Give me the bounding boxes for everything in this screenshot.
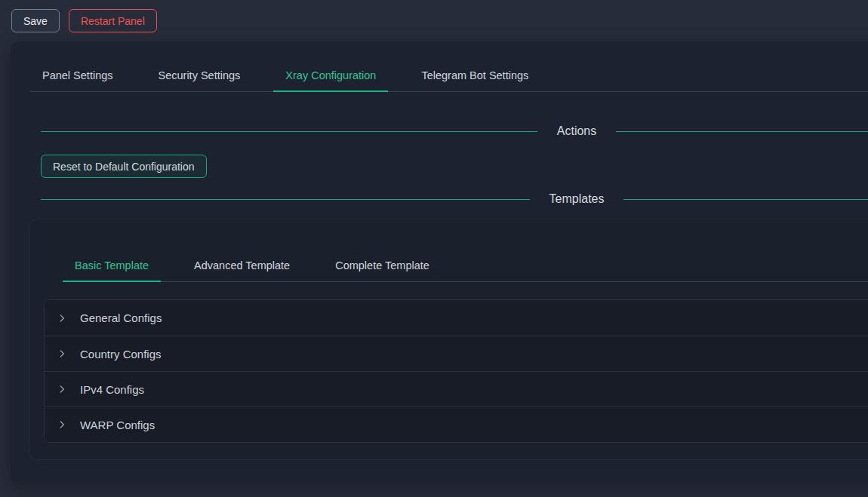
xray-configuration-panel: Actions Reset to Default Configuration T…	[11, 124, 868, 206]
settings-card: Panel Settings Security Settings Xray Co…	[11, 41, 868, 484]
collapse-label: IPv4 Configs	[80, 383, 144, 396]
tab-complete-template[interactable]: Complete Template	[323, 253, 442, 282]
tab-telegram-bot-settings[interactable]: Telegram Bot Settings	[409, 63, 540, 92]
top-toolbar: Save Restart Panel	[0, 0, 868, 41]
chevron-right-icon	[57, 348, 67, 359]
chevron-right-icon	[57, 313, 67, 324]
actions-divider: Actions	[41, 124, 868, 138]
collapse-label: Country Configs	[80, 348, 162, 360]
templates-card: Basic Template Advanced Template Complet…	[29, 219, 868, 460]
collapse-ipv4-configs[interactable]: IPv4 Configs	[45, 371, 868, 406]
divider-line	[41, 199, 530, 200]
chevron-right-icon	[57, 384, 67, 394]
divider-line	[623, 199, 868, 200]
templates-divider: Templates	[41, 192, 868, 206]
tab-basic-template[interactable]: Basic Template	[63, 253, 161, 282]
collapse-warp-configs[interactable]: WARP Configs	[45, 406, 868, 442]
collapse-general-configs[interactable]: General Configs	[45, 300, 868, 336]
divider-line	[616, 131, 868, 132]
template-tab-bar: Basic Template Advanced Template Complet…	[63, 253, 868, 282]
save-button[interactable]: Save	[11, 9, 60, 32]
actions-section-title: Actions	[557, 124, 596, 138]
tab-panel-settings[interactable]: Panel Settings	[30, 63, 125, 92]
tab-xray-configuration[interactable]: Xray Configuration	[273, 63, 388, 92]
divider-line	[41, 131, 537, 132]
reset-default-configuration-button[interactable]: Reset to Default Configuration	[41, 155, 207, 178]
collapse-country-configs[interactable]: Country Configs	[45, 336, 868, 371]
tab-advanced-template[interactable]: Advanced Template	[182, 253, 302, 282]
templates-section-title: Templates	[549, 192, 605, 206]
config-collapse-list: General Configs Country Configs IPv4 Con…	[44, 299, 868, 443]
restart-panel-button[interactable]: Restart Panel	[69, 9, 157, 32]
chevron-right-icon	[57, 419, 67, 430]
settings-tab-bar: Panel Settings Security Settings Xray Co…	[30, 63, 868, 92]
collapse-label: WARP Configs	[80, 419, 155, 431]
collapse-label: General Configs	[80, 311, 162, 324]
tab-security-settings[interactable]: Security Settings	[146, 63, 253, 92]
